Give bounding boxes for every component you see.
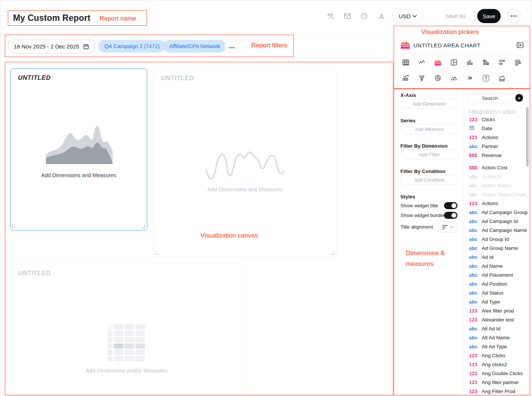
title-alignment-label: Title alignment [400, 224, 433, 230]
viz-type-text-widget[interactable]: T [482, 73, 491, 82]
field-item-ad-campaign-name[interactable]: abcAd Campaign Name [469, 226, 528, 235]
field-item-alex-filter-prod[interactable]: 123Alex filter prod [469, 306, 528, 315]
text-type-prefix: abc [469, 183, 479, 188]
add-measure-button[interactable]: Add Measure [400, 124, 458, 134]
widget-title: UNTITLED [18, 270, 51, 277]
viz-type-funnel-chart[interactable] [418, 73, 426, 82]
viz-type-horizontal-bar-chart[interactable] [498, 58, 507, 67]
field-label: Action Status [482, 183, 511, 188]
field-item-alt-ad-name[interactable]: abcAlt Ad Name [469, 333, 528, 342]
viz-type-bar-line-chart[interactable] [402, 73, 410, 82]
viz-type-table[interactable] [402, 58, 410, 67]
viz-type-stacked-bar-chart[interactable] [482, 58, 491, 67]
page-title[interactable]: My Custom Report [13, 13, 91, 23]
resize-handle[interactable] [155, 251, 159, 255]
field-item-alexander-test[interactable]: 123Alexander test [469, 315, 528, 324]
field-item-ad-group-id[interactable]: abcAd Group Id [469, 235, 528, 243]
resize-handle[interactable] [141, 224, 145, 228]
field-item-ang-filter-prod[interactable]: 123Ang Filter Prod [469, 387, 528, 396]
field-label: Partner [482, 144, 498, 149]
add-field-button[interactable]: + [515, 94, 523, 102]
title-alignment-dropdown[interactable] [438, 221, 457, 233]
text-type-prefix: abc [469, 335, 479, 340]
add-dimension-button[interactable]: Add Dimension [400, 99, 458, 109]
email-icon[interactable] [343, 12, 352, 20]
viz-type-gauge-chart[interactable] [450, 73, 459, 82]
more-filters-button[interactable] [224, 39, 239, 54]
filter-chip-network[interactable]: Affiliate/CPA Network [163, 40, 226, 53]
annotation-report-filters: Report filters [251, 42, 287, 49]
big-number-glyph: 3k [468, 76, 472, 80]
field-item-action-id[interactable]: abcAction Id [469, 172, 528, 181]
field-item-action-cost[interactable]: $$$Action Cost [469, 163, 528, 172]
field-item-actions[interactable]: 123Actions [469, 199, 528, 208]
field-item-ad-id[interactable]: abcAd Id [469, 252, 528, 261]
viz-type-grid: 3k T [398, 58, 526, 82]
field-item-ad-placement[interactable]: abcAd Placement [469, 270, 528, 279]
field-item-ang-double-clicks[interactable]: 123Ang Double Clicks [469, 369, 528, 378]
widget-area-chart[interactable]: UNTITLED Add Dimensions and Measures [10, 68, 147, 230]
resize-handle[interactable] [331, 251, 334, 255]
resize-handle[interactable] [12, 224, 16, 228]
field-item-alt-ad-id[interactable]: abcAlt Ad Id [469, 324, 528, 333]
field-item-actions[interactable]: 123Actions [469, 133, 502, 142]
viz-type-area-chart-selected[interactable] [434, 58, 443, 67]
field-label: Ad Id [482, 254, 494, 260]
filter-chip-campaign[interactable]: QA Campaign 2 (7472) [98, 40, 166, 53]
number-type-prefix: 123 [469, 389, 479, 394]
field-item-alt-ad-type[interactable]: abcAlt Ad Type [469, 342, 528, 351]
text-type-prefix: abc [469, 236, 479, 242]
fields-scrollbar[interactable] [526, 107, 529, 167]
annotation-dimensions-measures: Dimensions & measures [406, 248, 445, 269]
field-item-ad-name[interactable]: abcAd Name [469, 261, 528, 270]
more-options-button[interactable] [507, 9, 521, 23]
widget-placeholder-text: Add Dimensions and Measures [10, 172, 147, 178]
field-item-ang-clicks[interactable]: 123Ang Clicks [469, 351, 528, 360]
field-item-clicks[interactable]: 123Clicks [469, 115, 502, 124]
viz-type-horizontal-stacked-bar-chart[interactable] [514, 58, 523, 67]
field-item-date[interactable]: Date [469, 124, 502, 133]
save-as-button[interactable]: Save As [445, 13, 466, 19]
field-item-ad-status[interactable]: abcAd Status [469, 288, 528, 297]
text-type-prefix: abc [469, 210, 479, 215]
add-user-icon[interactable] [327, 12, 335, 20]
field-item-ad-type[interactable]: abcAd Type [469, 297, 528, 306]
field-item-action-status-detail[interactable]: abcAction Status Detail [469, 190, 528, 199]
viz-type-line-chart[interactable] [418, 58, 426, 67]
field-item-action-status[interactable]: abcAction Status [469, 181, 528, 190]
viz-type-big-number[interactable]: 3k [466, 73, 475, 82]
viz-type-combo-chart[interactable] [450, 58, 459, 67]
field-item-ang-clicks2[interactable]: 123Ang clicks2 [469, 360, 528, 369]
add-filter-button[interactable]: Add Filter [400, 150, 458, 159]
field-label: Ad Group Name [482, 245, 518, 251]
field-item-ad-group-name[interactable]: abcAd Group Name [469, 243, 528, 252]
ellipsis-icon [229, 47, 234, 48]
field-item-ad-campaign-id[interactable]: abcAd Campaign Id [469, 217, 528, 226]
field-label: Action Cost [482, 165, 507, 170]
field-item-partner[interactable]: abcPartner [469, 142, 502, 151]
viz-type-map-chart[interactable] [498, 73, 507, 82]
field-item-ad-campaign-group[interactable]: abcAd Campaign Group [469, 208, 528, 217]
show-widget-border-toggle[interactable] [444, 212, 457, 219]
collapse-panel-icon[interactable] [516, 41, 524, 49]
currency-selector[interactable]: USD [393, 9, 423, 23]
field-item-ad-position[interactable]: abcAd Position [469, 279, 528, 288]
date-range-picker[interactable]: 18 Nov 2025 - 2 Dec 2025 [8, 40, 95, 53]
save-button[interactable]: Save [477, 9, 501, 23]
field-item-ang-filter-partner[interactable]: 123Ang filter partner [469, 378, 528, 387]
schedule-icon[interactable] [360, 12, 368, 20]
field-label: Ad Status [482, 290, 504, 296]
field-label: Ad Campaign Group [482, 210, 528, 215]
number-type-prefix: 123 [469, 371, 479, 376]
add-condition-button[interactable]: Add Condition [400, 175, 458, 185]
download-icon[interactable] [377, 12, 385, 20]
viz-type-donut-chart[interactable] [434, 73, 443, 82]
report-builder-page: My Custom Report Report name USD Save As… [0, 0, 532, 396]
widget-table[interactable]: UNTITLED Add Dimensions and/or Measures [10, 264, 243, 395]
widget-line-chart[interactable]: UNTITLED Add Dimensions and Measures [153, 69, 337, 257]
show-widget-title-toggle[interactable] [444, 202, 457, 209]
field-item-revenue[interactable]: $$$Revenue [469, 151, 502, 160]
chevron-down-icon [450, 226, 453, 228]
viz-type-bar-chart[interactable] [466, 58, 475, 67]
search-input[interactable] [467, 93, 513, 103]
